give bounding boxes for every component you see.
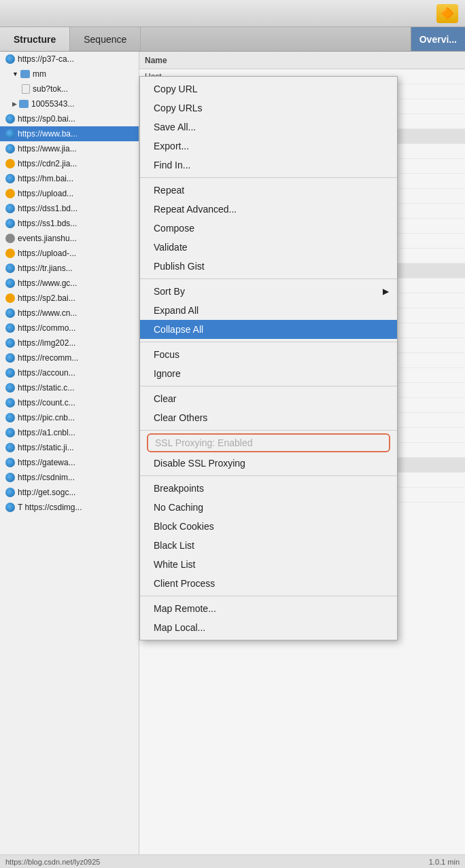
globe-icon: [5, 144, 15, 153]
menu-item-export[interactable]: Export...: [140, 137, 397, 156]
lightning-icon: [5, 189, 15, 198]
tree-item[interactable]: https://static.c...: [0, 380, 139, 395]
globe-icon: [5, 204, 15, 213]
menu-item-label: Repeat Advanced...: [154, 204, 237, 215]
tree-item[interactable]: https://sp2.bai...: [0, 291, 139, 306]
menu-item-breakpoints[interactable]: Breakpoints: [140, 479, 397, 498]
menu-item-label: Breakpoints: [154, 483, 204, 494]
tree-item-label: https://www.jia...: [18, 144, 77, 153]
tree-item-label: https://a1.cnbl...: [18, 428, 75, 437]
left-panel: https://p37-ca...▼ mmsub?tok...▶ 1005534…: [0, 52, 139, 868]
menu-item-map_local[interactable]: Map Local...: [140, 618, 397, 637]
menu-item-validate[interactable]: Validate: [140, 238, 397, 257]
tree-item-label: https://csdnim...: [18, 473, 75, 482]
tree-item[interactable]: https://dss1.bd...: [0, 201, 139, 216]
tree-item[interactable]: https://www.ba...: [0, 126, 139, 141]
menu-item-block_cookies[interactable]: Block Cookies: [140, 517, 397, 536]
tree-item[interactable]: https://www.jia...: [0, 141, 139, 156]
file-icon: [22, 84, 30, 94]
tab-sequence[interactable]: Sequence: [70, 27, 141, 51]
main-content: https://p37-ca...▼ mmsub?tok...▶ 1005534…: [0, 52, 465, 868]
tree-item[interactable]: http://get.sogc...: [0, 485, 139, 500]
tree-item[interactable]: https://a1.cnbl...: [0, 425, 139, 440]
menu-item-client_process[interactable]: Client Process: [140, 574, 397, 593]
tree-item[interactable]: https://gatewa...: [0, 455, 139, 470]
menu-item-label: No Caching: [154, 502, 203, 513]
tree-item-label: https://cdn2.jia...: [18, 159, 77, 168]
tree-item[interactable]: https://upload-...: [0, 246, 139, 261]
toolbar-icon[interactable]: 🔶: [436, 4, 458, 23]
menu-item-label: White List: [154, 559, 195, 570]
tree-item[interactable]: https://commo...: [0, 321, 139, 336]
menu-item-focus[interactable]: Focus: [140, 345, 397, 364]
menu-separator: [140, 342, 397, 342]
tree-item-label: https://static.c...: [18, 383, 74, 393]
tree-item[interactable]: ▼ mm: [0, 67, 139, 82]
menu-item-label: Find In...: [154, 160, 190, 170]
globe-icon: [5, 264, 15, 273]
menu-item-clear_others[interactable]: Clear Others: [140, 408, 397, 427]
tree-item-label: https://hm.bai...: [18, 174, 73, 183]
menu-item-sort_by[interactable]: Sort By▶: [140, 282, 397, 301]
tab-overview[interactable]: Overvi...: [411, 27, 465, 51]
tree-item[interactable]: https://csdnim...: [0, 470, 139, 485]
menu-item-find_in[interactable]: Find In...: [140, 156, 397, 175]
menu-item-no_caching[interactable]: No Caching: [140, 498, 397, 517]
tree-item[interactable]: sub?tok...: [0, 82, 139, 96]
globe-icon: [5, 323, 15, 333]
menu-item-clear[interactable]: Clear: [140, 389, 397, 408]
tree-item[interactable]: https://cdn2.jia...: [0, 156, 139, 171]
menu-item-white_list[interactable]: White List: [140, 555, 397, 574]
globe-icon: [5, 308, 15, 318]
menu-separator: [140, 430, 397, 431]
globe-icon: [5, 54, 15, 64]
tree-item-label: https://www.ba...: [18, 129, 78, 139]
tree-item[interactable]: https://www.cn...: [0, 306, 139, 321]
tree-item[interactable]: T https://csdimg...: [0, 500, 139, 515]
lightning-icon: [5, 249, 15, 258]
tree-item[interactable]: https://tr.jians...: [0, 261, 139, 276]
menu-item-repeat[interactable]: Repeat: [140, 181, 397, 200]
menu-item-expand_all[interactable]: Expand All: [140, 301, 397, 320]
tree-item[interactable]: events.jianshu...: [0, 231, 139, 246]
menu-item-ssl-proxying[interactable]: SSL Proxying: Enabled: [147, 433, 390, 452]
menu-item-map_remote[interactable]: Map Remote...: [140, 599, 397, 618]
menu-item-compose[interactable]: Compose: [140, 219, 397, 238]
tree-item[interactable]: https://ss1.bds...: [0, 216, 139, 231]
tree-item[interactable]: https://upload...: [0, 186, 139, 201]
menu-item-copy_url[interactable]: Copy URL: [140, 79, 397, 98]
globe-icon: [5, 458, 15, 467]
tree-item-label: https://www.gc...: [18, 278, 77, 288]
menu-item-label: Copy URLs: [154, 103, 203, 113]
menu-item-label: Block Cookies: [154, 521, 214, 532]
tree-item[interactable]: https://img202...: [0, 336, 139, 350]
menu-item-repeat_advanced[interactable]: Repeat Advanced...: [140, 200, 397, 219]
tree-item[interactable]: https://count.c...: [0, 395, 139, 410]
globe-icon: [5, 174, 15, 183]
menu-item-collapse_all[interactable]: Collapse All: [140, 320, 397, 339]
tree-item[interactable]: https://recomm...: [0, 350, 139, 365]
menu-item-label: Black List: [154, 540, 194, 551]
menu-item-black_list[interactable]: Black List: [140, 536, 397, 555]
globe-icon: [5, 503, 15, 512]
menu-item-ignore[interactable]: Ignore: [140, 364, 397, 383]
tree-item[interactable]: ▶ 10055343...: [0, 96, 139, 111]
tree-item[interactable]: https://p37-ca...: [0, 52, 139, 67]
menu-item-save_all[interactable]: Save All...: [140, 117, 397, 137]
menu-separator: [140, 386, 397, 386]
menu-separator: [140, 475, 397, 476]
menu-item-disable_ssl_proxying[interactable]: Disable SSL Proxying: [140, 454, 397, 473]
tree-item[interactable]: https://accoun...: [0, 365, 139, 380]
tree-item-label: https://tr.jians...: [18, 264, 73, 273]
tree-item-label: https://static.ji...: [18, 443, 74, 452]
tab-structure[interactable]: Structure: [0, 27, 70, 51]
tree-item[interactable]: https://static.ji...: [0, 440, 139, 455]
tree-item[interactable]: https://sp0.bai...: [0, 111, 139, 126]
menu-item-label: Compose: [154, 223, 194, 234]
globe-icon: [5, 413, 15, 422]
tree-item[interactable]: https://pic.cnb...: [0, 410, 139, 425]
menu-item-publish_gist[interactable]: Publish Gist: [140, 257, 397, 276]
menu-item-copy_urls[interactable]: Copy URLs: [140, 98, 397, 117]
tree-item[interactable]: https://www.gc...: [0, 276, 139, 291]
tree-item[interactable]: https://hm.bai...: [0, 171, 139, 186]
